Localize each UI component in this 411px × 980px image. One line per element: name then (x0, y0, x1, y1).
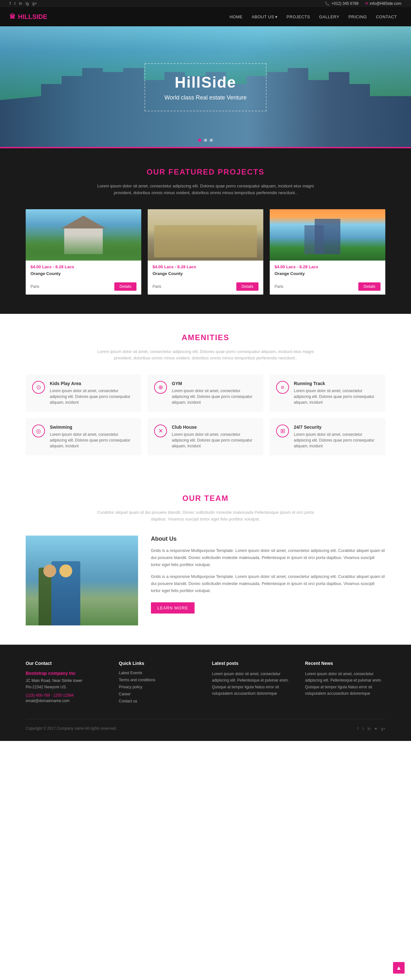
contact-info: 📞 +012) 345 6789 ✉ info@HillSide.com (325, 1, 401, 6)
footer-link-5[interactable]: Contact us (119, 699, 199, 703)
nav-contact[interactable]: CONTACT (371, 8, 401, 25)
learn-more-button[interactable]: LEARN MORE (151, 602, 194, 614)
logo[interactable]: 🏛 HILLSIDE (10, 13, 47, 21)
footer-link-4[interactable]: Career (119, 692, 199, 696)
hero-dot-3[interactable] (210, 138, 213, 142)
email-address: info@HillSide.com (370, 1, 401, 6)
featured-projects-title: OUR FEATURED PROJECTS (26, 167, 385, 177)
footer-contact-title: Our Contact (26, 661, 106, 666)
project-footer-3: Paris Details (270, 280, 385, 294)
amenity-icon-2: ⊕ (154, 381, 167, 394)
project-card-3: $4.00 Lacs - 8.28 Lacs Orange County Par… (270, 209, 385, 294)
amenities-grid: ⊙ Kids Play Area Lorem ipsum dolor sit a… (26, 374, 385, 455)
footer-grid: Our Contact Bootstrap company Inc JC Mai… (26, 661, 385, 706)
phone-number: +012) 345 6789 (331, 1, 358, 6)
amenity-desc-6: Lorem ipsum dolor sit amet, consectetur … (294, 431, 379, 449)
house-body (64, 229, 103, 254)
instagram-link[interactable]: ig (26, 1, 29, 6)
project-image-3 (270, 209, 385, 261)
amenity-desc-5: Lorem ipsum dolor sit amet, consectetur … (172, 431, 257, 449)
amenity-desc-4: Lorem ipsum dolor sit amet, consectetur … (50, 431, 135, 449)
twitter-link[interactable]: t (14, 1, 15, 6)
hero-content: HillSide World class Real estate Venture (145, 63, 266, 111)
amenity-icon-6: ⊞ (276, 425, 289, 438)
footer-google[interactable]: g+ (381, 727, 385, 731)
footer-news-title: Recent News (305, 661, 385, 666)
footer-heart[interactable]: ♥ (375, 727, 377, 731)
team-text: About Us Grids is a responsive Multipurp… (151, 536, 385, 625)
project-city-3: Paris (274, 284, 283, 289)
project-city-2: Paris (153, 284, 161, 289)
project-location-2: Orange County (153, 271, 258, 276)
nav-gallery[interactable]: GALLERY (315, 8, 344, 25)
project-price-3: $4.00 Lacs - 8.28 Lacs (274, 264, 381, 269)
amenity-content-4: Swimming Lorem ipsum dolor sit amet, con… (50, 425, 135, 449)
amenity-card-6: ⊞ 24/7 Security Lorem ipsum dolor sit am… (270, 418, 385, 455)
nav-home[interactable]: HOME (225, 8, 247, 25)
project-location-3: Orange County (274, 271, 381, 276)
project-footer-1: Paris Details (26, 280, 141, 294)
facebook-link[interactable]: f (10, 1, 11, 6)
linkedin-link[interactable]: in (19, 1, 22, 6)
footer-social[interactable]: f t in ♥ g+ (355, 725, 385, 731)
team-about-desc-1: Grids is a responsive Multipurpose Templ… (151, 547, 385, 568)
footer-facebook[interactable]: f (357, 727, 358, 731)
social-links[interactable]: f t in ig g+ (10, 1, 39, 6)
footer-phone: (123) 456-789 · 1255-12584 (26, 693, 106, 698)
team-image (26, 536, 138, 625)
google-link[interactable]: g+ (32, 1, 37, 6)
details-button-2[interactable]: Details (236, 282, 258, 291)
top-bar: f t in ig g+ 📞 +012) 345 6789 ✉ info@Hil… (0, 0, 411, 7)
footer-contact-col: Our Contact Bootstrap company Inc JC Mai… (26, 661, 106, 706)
amenity-title-5: Club House (172, 425, 257, 430)
house-roof (61, 216, 106, 229)
amenity-title-2: GYM (172, 381, 257, 386)
details-button-3[interactable]: Details (358, 282, 381, 291)
amenity-title-3: Running Track (294, 381, 379, 386)
footer-link-2[interactable]: Terms and conditions (119, 678, 199, 682)
nav-projects[interactable]: PROJECTS (282, 8, 314, 25)
project-card-1: $4.00 Lacs - 8.28 Lacs Orange County Par… (26, 209, 141, 294)
dropdown-arrow: ▾ (275, 14, 278, 19)
footer-link-1[interactable]: Latest Events (119, 671, 199, 675)
project-info-3: $4.00 Lacs - 8.28 Lacs Orange County (270, 261, 385, 280)
projects-grid: $4.00 Lacs - 8.28 Lacs Orange County Par… (26, 209, 385, 294)
nav-pricing[interactable]: PRICING (344, 8, 371, 25)
hero-subtitle: World class Real estate Venture (164, 94, 247, 101)
hero-dot-1[interactable] (198, 138, 201, 142)
phone-info: 📞 +012) 345 6789 (325, 1, 358, 6)
team-content: About Us Grids is a responsive Multipurp… (26, 536, 385, 625)
footer-linkedin[interactable]: in (368, 727, 371, 731)
footer-twitter[interactable]: t (363, 727, 363, 731)
amenity-content-5: Club House Lorem ipsum dolor sit amet, c… (172, 425, 257, 449)
hero-section: HillSide World class Real estate Venture (0, 26, 411, 148)
amenity-title-6: 24/7 Security (294, 425, 379, 430)
footer-posts-col: Latest posts Lorem ipsum dolor sit amet,… (212, 661, 292, 706)
footer-address: JC Main Road, Near Silnlie towerPin-2154… (26, 678, 106, 690)
hero-dots[interactable] (198, 138, 213, 142)
phone-icon: 📞 (325, 1, 330, 6)
amenity-card-4: ◎ Swimming Lorem ipsum dolor sit amet, c… (26, 418, 141, 455)
hero-dot-2[interactable] (204, 138, 207, 142)
nav-about[interactable]: ABOUT US ▾ (247, 8, 282, 25)
team-about-desc-2: Grids is a responsive Multipurpose Templ… (151, 573, 385, 594)
team-about-title: About Us (151, 536, 385, 542)
featured-projects-section: OUR FEATURED PROJECTS Lorem ipsum dolor … (0, 148, 411, 314)
amenity-icon-1: ⊙ (32, 381, 45, 394)
footer-news-text: Lorem ipsum dolor sit amet, consectetur … (305, 671, 385, 697)
amenity-title-1: Kids Play Area (50, 381, 135, 386)
amenity-content-2: GYM Lorem ipsum dolor sit amet, consecte… (172, 381, 257, 405)
amenity-content-1: Kids Play Area Lorem ipsum dolor sit ame… (50, 381, 135, 405)
team-section: OUR TEAM Curabitur aliquet quam id dui p… (0, 475, 411, 645)
footer-link-3[interactable]: Privacy policy (119, 685, 199, 689)
header: 🏛 HILLSIDE HOME ABOUT US ▾ PROJECTS GALL… (0, 7, 411, 26)
team-title: OUR TEAM (26, 494, 385, 503)
project-city-1: Paris (30, 284, 39, 289)
footer-links-col: Quick Links Latest Events Terms and cond… (119, 661, 199, 706)
email-icon: ✉ (365, 1, 368, 6)
footer-posts-text: Lorem ipsum dolor sit amet, consectetur … (212, 671, 292, 697)
details-button-1[interactable]: Details (114, 282, 137, 291)
amenity-icon-5: ✕ (154, 425, 167, 438)
footer-posts-title: Latest posts (212, 661, 292, 666)
project-image-1 (26, 209, 141, 261)
